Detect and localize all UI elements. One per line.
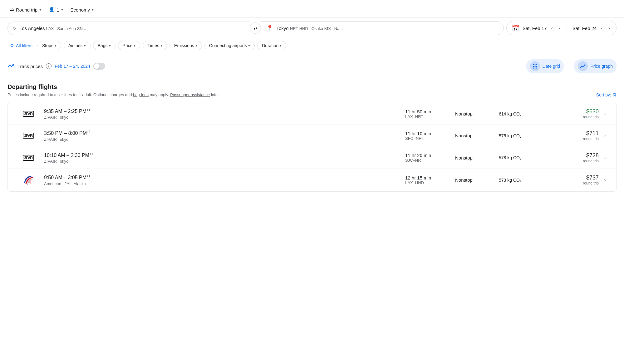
passengers-label: 1 [57,7,59,12]
price-filter[interactable]: Price ▾ [118,41,140,50]
flight-time: 10:10 AM – 2:30 PM+1 [44,152,405,158]
date-bar[interactable]: 📅 Sat, Feb 17 ‹ › | Sat, Feb 24 ‹ › [506,21,617,35]
date-start-next[interactable]: › [557,25,561,32]
flight-stops: Nonstop [455,177,499,183]
filter-bar: ⚙ All filters Stops ▾ Airlines ▾ Bags ▾ … [0,38,624,54]
svg-rect-0 [533,64,534,65]
track-right: Date grid Price graph [526,59,617,73]
flight-stops: Nonstop [455,111,499,116]
round-trip-icon: ⇄ [10,7,14,12]
flight-row[interactable]: 9:50 AM – 3:05 PM+1 American · JAL, Alas… [8,169,616,191]
bags-chevron: ▾ [109,43,111,48]
times-chevron: ▾ [160,43,162,48]
flight-time: 9:50 AM – 3:05 PM+1 [44,174,405,180]
origin-field[interactable]: ○ Los Angeles LAX · Santa Ana SN... [7,22,250,35]
flight-airline-name: ZIPAIR Tokyo [44,115,405,120]
price-chevron: ▾ [134,43,135,48]
flight-price: $630 round trip [549,108,599,119]
price-type: round trip [583,137,599,141]
destination-field[interactable]: 📍 Tokyo NRT HND · Osaka KIX · Na... [261,21,504,35]
duration-main: 11 hr 10 min [405,131,455,136]
flight-stops: Nonstop [455,133,499,138]
airlines-filter[interactable]: Airlines ▾ [64,41,91,50]
flights-table: ZIPAIR 9:35 AM – 2:25 PM+1 ZIPAIR Tokyo … [7,103,617,192]
flight-co2: 575 kg CO₂ [499,133,549,138]
flight-airline-name: American · JAL, Alaska [44,181,405,186]
date-start-prev[interactable]: ‹ [550,25,554,32]
duration-route: SJC–NRT [405,158,455,163]
price-amount: $737 [586,175,599,181]
departing-title: Departing flights [7,83,617,91]
expand-button[interactable]: › [599,111,611,117]
times-filter[interactable]: Times ▾ [143,41,167,50]
svg-point-11 [583,66,583,67]
round-trip-button[interactable]: ⇄ Round trip ▾ [7,5,44,14]
stops-filter[interactable]: Stops ▾ [37,41,61,50]
track-date-range: Feb 17 – 24, 2024 [55,64,90,69]
flight-times: 3:50 PM – 8:00 PM+1 ZIPAIR Tokyo [44,130,405,141]
date-grid-button[interactable]: Date grid [526,59,564,73]
round-trip-label: Round trip [16,7,37,12]
flight-row[interactable]: ZIPAIR 9:35 AM – 2:25 PM+1 ZIPAIR Tokyo … [8,103,616,125]
passenger-assistance-link[interactable]: Passenger assistance [170,92,210,97]
price-amount: $728 [586,152,599,159]
svg-rect-6 [533,68,534,69]
top-bar: ⇄ Round trip ▾ 👤 1 ▾ Economy ▾ [0,0,624,18]
swap-button[interactable]: ⇄ [250,22,261,34]
airline-logo: ZIPAIR [13,133,44,139]
bags-filter[interactable]: Bags ▾ [93,41,115,50]
flight-co2: 578 kg CO₂ [499,155,549,160]
price-type: round trip [583,159,599,163]
date-start: Sat, Feb 17 [523,26,547,31]
class-chevron: ▾ [92,7,94,12]
price-amount: $711 [586,130,599,137]
round-trip-chevron: ▾ [39,7,41,12]
departing-subtitle: Prices include required taxes + fees for… [7,92,617,98]
track-info-icon[interactable]: i [46,63,52,69]
expand-button[interactable]: › [599,132,611,139]
date-end-prev[interactable]: ‹ [600,25,604,32]
date-end-next[interactable]: › [607,25,611,32]
duration-route: LAX–NRT [405,114,455,119]
airline-logo: ZIPAIR [13,155,44,161]
flight-row[interactable]: ZIPAIR 3:50 PM – 8:00 PM+1 ZIPAIR Tokyo … [8,125,616,147]
svg-rect-4 [534,66,535,67]
flight-time: 3:50 PM – 8:00 PM+1 [44,130,405,136]
origin-circle-icon: ○ [13,25,16,32]
flight-price: $737 round trip [549,175,599,185]
price-amount: $630 [586,108,599,115]
emissions-filter[interactable]: Emissions ▾ [170,41,202,50]
search-bar: ○ Los Angeles LAX · Santa Ana SN... ⇄ 📍 … [0,18,624,38]
passengers-chevron: ▾ [61,7,63,12]
flight-co2: 614 kg CO₂ [499,111,549,116]
filter-sliders-icon: ⚙ [10,43,14,48]
svg-rect-5 [536,66,537,67]
connecting-airports-filter[interactable]: Connecting airports ▾ [204,41,255,50]
class-label: Economy [71,7,90,12]
flight-price: $728 round trip [549,152,599,163]
stops-chevron: ▾ [55,43,57,48]
track-left: Track prices i Feb 17 – 24, 2024 [7,62,105,71]
flight-row[interactable]: ZIPAIR 10:10 AM – 2:30 PM+1 ZIPAIR Tokyo… [8,147,616,169]
expand-button[interactable]: › [599,155,611,161]
duration-route: SFO–NRT [405,136,455,141]
bag-fees-link[interactable]: bag fees [133,92,149,97]
view-divider [569,62,569,71]
airlines-chevron: ▾ [84,43,86,48]
track-toggle[interactable] [93,63,105,70]
price-type: round trip [583,181,599,185]
sort-button[interactable]: Sort by: ⇅ [596,92,617,98]
origin-text: Los Angeles LAX · Santa Ana SN... [19,26,86,31]
dest-text: Tokyo NRT HND · Osaka KIX · Na... [276,26,343,31]
expand-button[interactable]: › [599,177,611,183]
passengers-button[interactable]: 👤 1 ▾ [46,5,65,14]
flight-times: 10:10 AM – 2:30 PM+1 ZIPAIR Tokyo [44,152,405,164]
class-button[interactable]: Economy ▾ [68,5,96,14]
all-filters-button[interactable]: ⚙ All filters [7,41,35,50]
duration-filter[interactable]: Duration ▾ [257,41,286,50]
flight-airline-name: ZIPAIR Tokyo [44,159,405,164]
airline-logo: ZIPAIR [13,111,44,117]
price-graph-button[interactable]: Price graph [574,59,617,73]
emissions-chevron: ▾ [195,43,197,48]
svg-rect-1 [534,64,535,65]
